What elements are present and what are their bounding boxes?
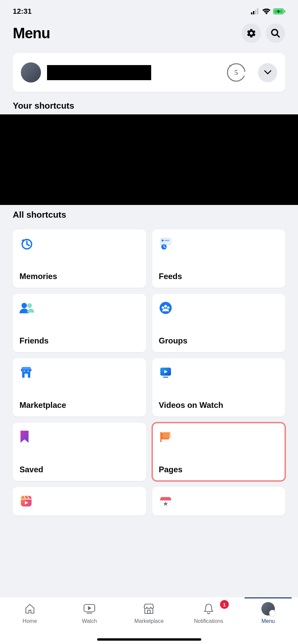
wifi-icon [262,8,270,14]
shortcut-videos[interactable]: Videos on Watch [152,358,286,417]
all-shortcuts-title: All shortcuts [0,205,298,223]
page-title: Menu [13,25,50,42]
svg-rect-30 [160,432,162,442]
nav-label: Notifications [194,618,223,624]
your-shortcuts-title: Your shortcuts [0,99,298,114]
marketplace-icon [19,366,33,379]
profile-card[interactable]: 5 [13,53,285,92]
svg-rect-42 [147,610,150,613]
svg-rect-32 [163,432,170,438]
svg-point-15 [162,239,164,241]
pages-icon [159,430,172,443]
search-icon [270,28,281,38]
shortcuts-grid: Memories Feeds Friends Groups Marketplac… [0,223,298,481]
shortcut-reels[interactable] [13,487,146,516]
svg-point-21 [164,305,167,308]
friends-icon [19,301,33,315]
settings-button[interactable] [242,23,261,43]
shortcut-label: Friends [19,336,139,345]
your-shortcuts-strip[interactable] [0,114,298,205]
notification-badge: 1 [220,600,229,609]
shortcuts-grid-partial [0,481,298,516]
status-icons [251,8,285,14]
nav-home[interactable]: Home [3,602,57,624]
svg-rect-2 [255,10,256,14]
nav-notifications[interactable]: 1 Notifications [182,602,236,624]
svg-point-18 [22,303,27,308]
svg-marker-40 [88,607,91,609]
svg-point-19 [27,303,32,308]
marketplace-nav-icon [142,602,156,615]
svg-rect-16 [165,240,169,241]
nav-label: Watch [82,618,97,624]
home-indicator[interactable] [97,638,201,641]
profile-name-redacted [47,65,151,80]
shortcut-saved[interactable]: Saved [13,423,146,481]
shortcut-label: Memories [19,272,139,281]
cellular-icon [251,8,260,14]
svg-point-22 [162,307,164,309]
chevron-down-icon [264,70,271,75]
shortcut-marketplace[interactable]: Marketplace [13,358,146,417]
shortcut-pages[interactable]: Pages [152,423,286,481]
active-indicator [245,597,292,598]
shortcut-memories[interactable]: Memories [13,229,146,288]
nav-menu[interactable]: Menu [241,602,295,624]
svg-line-8 [277,35,280,37]
avatar [21,62,41,83]
shortcut-label: Feeds [159,272,279,281]
search-button[interactable] [266,23,285,43]
shortcut-events[interactable] [152,487,286,516]
nav-label: Home [23,618,37,624]
shortcut-groups[interactable]: Groups [152,294,286,352]
nav-watch[interactable]: Watch [62,602,116,624]
menu-avatar-icon [261,602,275,615]
memories-icon [19,237,33,250]
gear-icon [246,28,256,38]
groups-icon [159,301,172,315]
shortcut-label: Groups [159,336,279,345]
events-icon [159,494,172,508]
nav-label: Menu [261,618,275,624]
svg-rect-29 [163,377,168,378]
reels-icon [19,494,33,508]
shortcut-label: Videos on Watch [159,400,279,410]
svg-rect-5 [284,10,285,13]
svg-point-23 [167,307,169,309]
nav-label: Marketplace [134,618,164,624]
svg-rect-0 [251,12,252,14]
svg-rect-25 [25,374,28,378]
shortcut-friends[interactable]: Friends [13,294,146,352]
status-time: 12:31 [13,7,32,16]
saved-icon [19,430,33,443]
svg-rect-3 [257,8,258,14]
svg-rect-14 [160,238,171,245]
svg-rect-37 [160,499,171,500]
expand-button[interactable] [258,63,277,82]
svg-point-20 [160,302,172,314]
shortcut-label: Marketplace [19,400,139,410]
feeds-icon [159,237,172,250]
home-icon [23,602,37,615]
shortcut-feeds[interactable]: Feeds [152,229,286,288]
svg-rect-1 [253,11,254,14]
watch-icon [83,602,96,615]
shortcut-label: Pages [159,465,279,474]
story-ring-icon[interactable]: 5 [226,63,246,82]
svg-text:5: 5 [235,68,238,76]
svg-rect-33 [21,496,32,506]
page-header: Menu [0,20,298,50]
bell-icon [202,602,215,615]
videos-icon [159,366,172,379]
bottom-nav: Home Watch Marketplace 1 Notifications M… [0,597,298,644]
status-bar: 12:31 [0,0,298,20]
nav-marketplace[interactable]: Marketplace [122,602,176,624]
shortcut-label: Saved [19,465,139,474]
battery-charging-icon [273,8,285,14]
